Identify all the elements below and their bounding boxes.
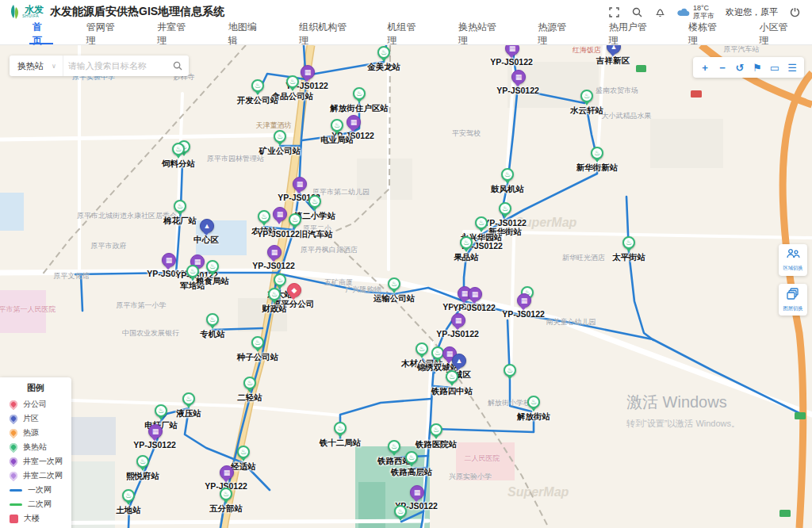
- station-pin[interactable]: ♨液压站: [182, 392, 195, 410]
- zoom-out-icon[interactable]: −: [714, 59, 731, 76]
- branch-company-pin[interactable]: ◆原平分公司: [287, 283, 300, 300]
- layer-switch-button[interactable]: 图层切换: [779, 284, 807, 316]
- station-pin[interactable]: ♨: [394, 505, 407, 522]
- well-pin[interactable]: ▦YP-JS0122: [410, 485, 423, 503]
- station-pin[interactable]: ♨新华街新站: [591, 147, 603, 164]
- map-canvas[interactable]: 原平实验中学妙样寺原平市园林管理站天津董酒坊原平市北城街道永康社区居委会原平市政…: [0, 45, 812, 528]
- station-pin[interactable]: ♨铁路西站: [388, 440, 400, 457]
- measure-icon[interactable]: ⚑: [749, 59, 766, 76]
- search-input[interactable]: [63, 61, 167, 71]
- station-pin[interactable]: ♨铁路高层站: [405, 451, 418, 469]
- well-pin[interactable]: ▦YP-JS0122: [148, 424, 161, 442]
- layer-list-icon[interactable]: ☰: [783, 59, 801, 76]
- station-pin[interactable]: ♨棉花厂站: [174, 200, 186, 217]
- marker-label: 解放街站: [517, 412, 550, 421]
- station-pin[interactable]: ♨金美龙站: [377, 46, 390, 63]
- well-pin[interactable]: ▦YP-JS0122: [162, 253, 174, 270]
- station-pin[interactable]: ♨五分部站: [220, 488, 232, 505]
- map-place-label: 红海饭店: [573, 45, 601, 55]
- well-pin[interactable]: ▦YP-JS0122: [347, 115, 359, 132]
- search-submit-icon[interactable]: [167, 61, 189, 71]
- station-pin[interactable]: ♨专机站: [206, 313, 219, 331]
- legend-items: 分公司片区热源换热站井室一次网井室二次网一次网二次网大楼: [0, 397, 71, 526]
- nav-tab-换热站管理[interactable]: 换热站管理: [447, 24, 512, 44]
- well-pin[interactable]: ▦YP-JS0122: [293, 177, 305, 194]
- station-pin[interactable]: ♨果品站: [460, 236, 473, 254]
- well-pin[interactable]: ▦YP-JS0122: [220, 465, 232, 483]
- nav-tab-热用户管理[interactable]: 热用户管理: [598, 24, 663, 44]
- select-area-icon[interactable]: ▭: [766, 59, 783, 76]
- marker-label: YP-JS0122: [252, 262, 295, 270]
- well-pin[interactable]: ▦YP-JS0122: [267, 245, 280, 262]
- area-switch-button[interactable]: 区域切换: [779, 244, 807, 276]
- zoom-in-icon[interactable]: +: [696, 59, 714, 76]
- station-pin[interactable]: ♨第二小学站: [308, 195, 321, 212]
- nav-tab-小区管理[interactable]: 小区管理: [749, 24, 805, 44]
- station-pin[interactable]: ♨解放街住户区站: [353, 87, 366, 105]
- area-switch-icon: [786, 248, 800, 262]
- nav-tab-管网管理[interactable]: 管网管理: [75, 24, 132, 44]
- station-pin[interactable]: ♨饲料分站: [172, 143, 185, 160]
- marker-label: YP-JS0122: [133, 441, 176, 450]
- nav-tab-楼栋管理[interactable]: 楼栋管理: [677, 24, 733, 44]
- station-pin[interactable]: ♨经适站: [237, 446, 250, 463]
- station-pin[interactable]: ♨铁路四中站: [446, 370, 458, 388]
- station-pin[interactable]: ♨铁路医院站: [430, 423, 442, 441]
- station-pin[interactable]: ♨粮食局站: [206, 260, 219, 277]
- notification-bell-icon[interactable]: [654, 6, 666, 18]
- reset-view-icon[interactable]: ↺: [731, 59, 749, 76]
- station-pin[interactable]: ♨矿业公司站: [274, 130, 286, 147]
- marker-label: 鼓风机站: [491, 185, 524, 193]
- station-pin[interactable]: ♨解放街站: [527, 396, 540, 413]
- area-pin[interactable]: ▲中心区: [200, 219, 213, 236]
- marker-label: 熙悦府站: [126, 472, 159, 480]
- station-pin[interactable]: ♨土地站: [122, 489, 135, 507]
- well-pin[interactable]: ▦YP-JS0122: [451, 313, 464, 331]
- station-pin[interactable]: ♨电杆厂站: [155, 404, 167, 422]
- weather-city: 原平市: [693, 12, 714, 20]
- nav-tab-组织机构管理[interactable]: 组织机构管理: [288, 24, 362, 44]
- logout-icon[interactable]: [789, 6, 801, 18]
- station-pin[interactable]: ♨运输公司站: [388, 277, 400, 295]
- main-nav: 首页管网管理井室管理地图编辑组织机构管理机组管理换热站管理热源管理热用户管理楼栋…: [0, 24, 812, 45]
- station-pin[interactable]: ♨永兴华园站YP-JS0122: [475, 216, 488, 234]
- station-pin[interactable]: ♨种子公司站: [251, 336, 264, 354]
- station-pin[interactable]: ♨铁十二局站: [334, 422, 347, 439]
- station-pin[interactable]: ♨熙悦府站: [136, 455, 149, 473]
- nav-tab-机组管理[interactable]: 机组管理: [376, 24, 432, 44]
- station-pin[interactable]: ♨水云轩站: [580, 90, 593, 107]
- legend-item-二次网: 二次网: [0, 497, 71, 511]
- station-pin[interactable]: ♨食品公司站: [286, 75, 299, 93]
- nav-tab-地图编辑[interactable]: 地图编辑: [217, 24, 274, 44]
- nav-tab-热源管理[interactable]: 热源管理: [527, 24, 583, 44]
- well-pin[interactable]: ▦YP-JS0122: [301, 65, 313, 82]
- search-icon[interactable]: [631, 6, 643, 18]
- area-pin[interactable]: ▲东城区: [452, 354, 465, 371]
- station-pin[interactable]: ♨: [504, 364, 516, 381]
- station-pin[interactable]: ♨太平街站: [622, 236, 635, 254]
- search-category-select[interactable]: 换热站 ∨: [10, 55, 63, 76]
- well-pin[interactable]: ▦: [273, 207, 285, 224]
- legend-item-label: 片区: [23, 413, 39, 424]
- station-pin[interactable]: ♨鼓风机站: [501, 168, 514, 186]
- station-pin[interactable]: ♨YP-JS0122旧汽车站: [289, 213, 301, 231]
- station-pin[interactable]: ♨YP-JS0122新华街站: [499, 202, 511, 220]
- nav-tab-首页[interactable]: 首页: [21, 24, 61, 44]
- map-place-label: 兴原实验小学: [449, 472, 492, 482]
- well-pin[interactable]: ▦YP-JS0122: [505, 45, 518, 59]
- station-pin[interactable]: ♨电业局站: [331, 119, 343, 136]
- well-pin[interactable]: ▦YP-JS0122: [517, 293, 530, 311]
- weather-temp: 18°C: [693, 4, 714, 12]
- nav-tab-井室管理[interactable]: 井室管理: [146, 24, 202, 44]
- marker-label: YP-JS0122: [496, 86, 539, 95]
- map-place-label: 新华旺光酒店: [562, 253, 605, 263]
- station-pin[interactable]: ♨农校站: [258, 210, 270, 228]
- well-pin[interactable]: ▦YP-JS0122: [511, 70, 524, 87]
- station-pin[interactable]: ♨开发公司站: [251, 79, 264, 97]
- well-pin[interactable]: ▦YP-JS0122: [468, 287, 481, 304]
- station-pin[interactable]: ♨二轻站: [243, 377, 256, 394]
- station-pin[interactable]: ♨木材公司站: [416, 342, 428, 360]
- marker-label: 矿业公司站: [259, 147, 301, 155]
- fullscreen-icon[interactable]: [608, 6, 620, 18]
- station-pin[interactable]: ♨财政站: [268, 288, 281, 305]
